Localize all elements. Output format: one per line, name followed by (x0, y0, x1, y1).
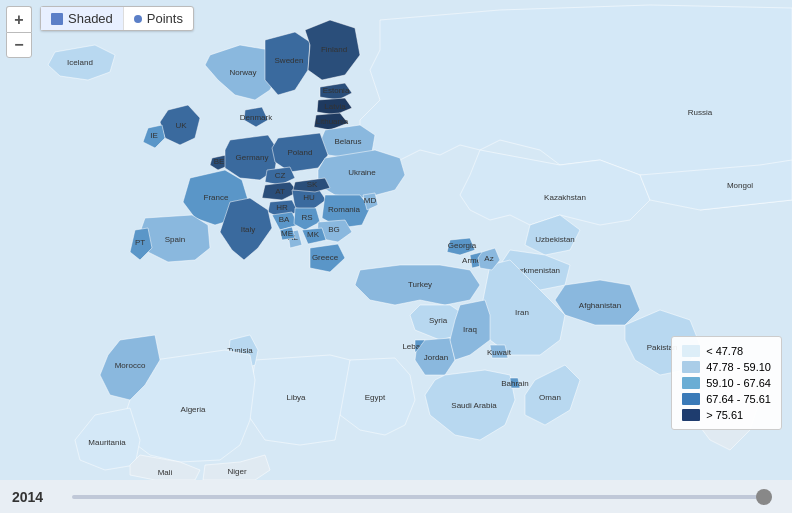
legend-item-1: < 47.78 (682, 345, 771, 357)
bottom-bar: 2014 (0, 480, 792, 513)
time-slider[interactable] (72, 495, 772, 499)
points-icon (134, 15, 142, 23)
legend-label-2: 47.78 - 59.10 (706, 361, 771, 373)
legend-item-2: 47.78 - 59.10 (682, 361, 771, 373)
zoom-in-button[interactable]: + (6, 6, 32, 32)
legend-swatch-5 (682, 409, 700, 421)
legend-item-5: > 75.61 (682, 409, 771, 421)
points-label: Points (147, 11, 183, 26)
year-label: 2014 (12, 489, 52, 505)
zoom-controls: + − (6, 6, 32, 58)
legend-label-4: 67.64 - 75.61 (706, 393, 771, 405)
legend-label-1: < 47.78 (706, 345, 743, 357)
shaded-mode-button[interactable]: Shaded (41, 7, 124, 30)
map-container: Russia Kazakhstan Mongol Uzbekistan Turk… (0, 0, 792, 480)
country-ukraine (318, 150, 405, 198)
country-turkey (355, 265, 480, 305)
slider-thumb[interactable] (756, 489, 772, 505)
shaded-label: Shaded (68, 11, 113, 26)
country-kuwait (490, 345, 508, 358)
legend-swatch-4 (682, 393, 700, 405)
legend-item-4: 67.64 - 75.61 (682, 393, 771, 405)
zoom-out-button[interactable]: − (6, 32, 32, 58)
legend-swatch-2 (682, 361, 700, 373)
country-libya (248, 355, 350, 445)
country-bahrain (510, 378, 520, 388)
legend-label-3: 59.10 - 67.64 (706, 377, 771, 389)
legend-label-5: > 75.61 (706, 409, 743, 421)
legend: < 47.78 47.78 - 59.10 59.10 - 67.64 67.6… (671, 336, 782, 430)
points-mode-button[interactable]: Points (124, 7, 193, 30)
mode-toggle: Shaded Points (40, 6, 194, 31)
legend-item-3: 59.10 - 67.64 (682, 377, 771, 389)
legend-swatch-3 (682, 377, 700, 389)
legend-swatch-1 (682, 345, 700, 357)
shaded-icon (51, 13, 63, 25)
